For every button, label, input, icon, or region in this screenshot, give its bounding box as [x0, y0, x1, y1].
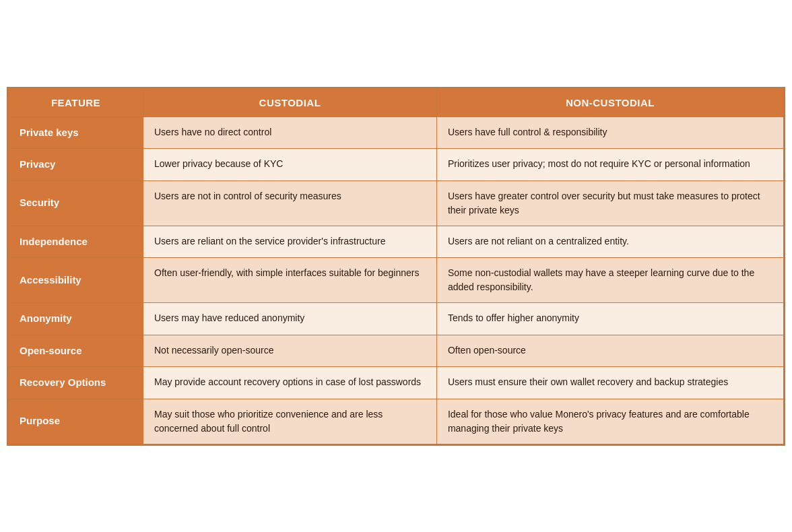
- header-row: FEATURE CUSTODIAL NON-CUSTODIAL: [9, 88, 784, 117]
- noncustodial-cell: Users must ensure their own wallet recov…: [436, 367, 783, 399]
- custodial-cell: Users are reliant on the service provide…: [143, 226, 437, 258]
- noncustodial-cell: Users have greater control over security…: [436, 180, 783, 226]
- feature-cell: Open-source: [9, 335, 143, 367]
- feature-cell: Recovery Options: [9, 367, 143, 399]
- table-row: Recovery OptionsMay provide account reco…: [9, 367, 784, 399]
- noncustodial-cell: Users have full control & responsibility: [436, 117, 783, 149]
- table-body: Private keysUsers have no direct control…: [9, 117, 784, 444]
- noncustodial-cell: Tends to offer higher anonymity: [436, 303, 783, 335]
- noncustodial-cell: Often open-source: [436, 335, 783, 367]
- table-row: IndependenceUsers are reliant on the ser…: [9, 226, 784, 258]
- table-row: PurposeMay suit those who prioritize con…: [9, 399, 784, 444]
- noncustodial-cell: Users are not reliant on a centralized e…: [436, 226, 783, 258]
- feature-cell: Privacy: [9, 149, 143, 181]
- table-row: AnonymityUsers may have reduced anonymit…: [9, 303, 784, 335]
- table-row: AccessibilityOften user-friendly, with s…: [9, 258, 784, 303]
- custodial-cell: Users are not in control of security mea…: [143, 180, 437, 226]
- custodial-cell: May suit those who prioritize convenienc…: [143, 399, 437, 444]
- feature-cell: Purpose: [9, 399, 143, 444]
- custodial-cell: Often user-friendly, with simple interfa…: [143, 258, 437, 303]
- comparison-table-wrapper: FEATURE CUSTODIAL NON-CUSTODIAL Private …: [7, 87, 785, 446]
- table-row: Private keysUsers have no direct control…: [9, 117, 784, 149]
- custodial-cell: May provide account recovery options in …: [143, 367, 437, 399]
- header-noncustodial: NON-CUSTODIAL: [436, 88, 783, 117]
- feature-cell: Anonymity: [9, 303, 143, 335]
- custodial-cell: Users have no direct control: [143, 117, 437, 149]
- table-row: Open-sourceNot necessarily open-sourceOf…: [9, 335, 784, 367]
- custodial-cell: Users may have reduced anonymity: [143, 303, 437, 335]
- feature-cell: Accessibility: [9, 258, 143, 303]
- custodial-cell: Not necessarily open-source: [143, 335, 437, 367]
- feature-cell: Independence: [9, 226, 143, 258]
- header-feature: FEATURE: [9, 88, 143, 117]
- comparison-table: FEATURE CUSTODIAL NON-CUSTODIAL Private …: [8, 88, 784, 444]
- feature-cell: Private keys: [9, 117, 143, 149]
- table-row: SecurityUsers are not in control of secu…: [9, 180, 784, 226]
- custodial-cell: Lower privacy because of KYC: [143, 149, 437, 181]
- noncustodial-cell: Ideal for those who value Monero's priva…: [436, 399, 783, 444]
- feature-cell: Security: [9, 180, 143, 226]
- header-custodial: CUSTODIAL: [143, 88, 437, 117]
- table-row: PrivacyLower privacy because of KYCPrior…: [9, 149, 784, 181]
- noncustodial-cell: Some non-custodial wallets may have a st…: [436, 258, 783, 303]
- noncustodial-cell: Prioritizes user privacy; most do not re…: [436, 149, 783, 181]
